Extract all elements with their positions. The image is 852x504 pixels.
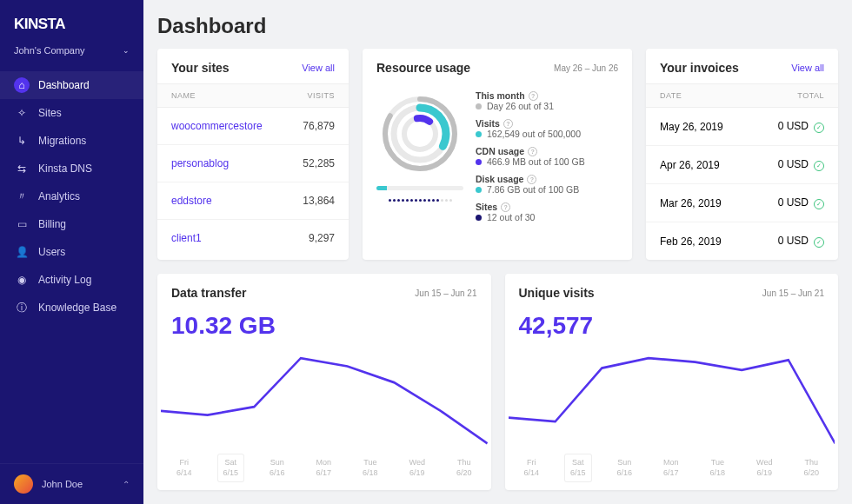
metric-visits-title: Visits xyxy=(476,118,500,129)
invoice-date: Mar 26, 2019 xyxy=(660,197,722,209)
sidebar-item-knowledge-base[interactable]: ⓘKnowledge Base xyxy=(0,294,143,322)
sidebar-item-analytics[interactable]: 〃Analytics xyxy=(0,182,143,210)
metric-month-val: Day 26 out of 31 xyxy=(487,101,554,111)
invoice-total: 0 USD✓ xyxy=(778,158,824,171)
main-content: Dashboard Your sites View all NAME VISIT… xyxy=(143,0,852,504)
resource-title: Resource usage xyxy=(376,61,470,75)
resource-card: Resource usage May 26 – Jun 26 xyxy=(363,49,632,260)
chart-tick[interactable]: Sat6/15 xyxy=(218,454,244,481)
nav-icon: 👤 xyxy=(14,244,30,260)
col-name: NAME xyxy=(171,91,196,100)
sidebar-item-billing[interactable]: ▭Billing xyxy=(0,210,143,238)
sidebar-item-kinsta-dns[interactable]: ⇆Kinsta DNS xyxy=(0,155,143,182)
table-row: woocommercestore76,879 xyxy=(157,108,349,145)
page-title: Dashboard xyxy=(157,14,838,38)
table-row: eddstore13,864 xyxy=(157,182,349,220)
col-total: TOTAL xyxy=(797,91,824,100)
sites-viewall-link[interactable]: View all xyxy=(302,63,335,73)
site-link[interactable]: woocommercestore xyxy=(171,120,263,132)
help-icon[interactable]: ? xyxy=(501,202,510,212)
help-icon[interactable]: ? xyxy=(529,91,538,101)
check-icon: ✓ xyxy=(814,123,824,133)
site-link[interactable]: eddstore xyxy=(171,195,212,207)
nav-label: Migrations xyxy=(38,135,86,147)
nav-label: Analytics xyxy=(38,190,80,202)
metric-disk-title: Disk usage xyxy=(476,174,523,184)
metric-visits-val: 162,549 out of 500,000 xyxy=(487,129,581,139)
chevron-down-icon: ⌄ xyxy=(123,46,130,55)
visits-value: 42,577 xyxy=(505,308,839,347)
sites-dots-icon xyxy=(389,199,452,202)
metric-cdn-val: 466.9 MB out of 100 GB xyxy=(487,156,585,167)
nav-icon: ▭ xyxy=(14,216,30,232)
help-icon[interactable]: ? xyxy=(527,175,536,184)
resource-range: May 26 – Jun 26 xyxy=(554,63,618,73)
nav-label: Users xyxy=(38,246,65,258)
site-link[interactable]: client1 xyxy=(171,232,202,244)
table-row: Apr 26, 20190 USD✓ xyxy=(646,146,838,184)
chart-tick[interactable]: Mon6/17 xyxy=(658,454,684,481)
line-chart-icon xyxy=(161,347,488,451)
company-switcher[interactable]: John's Company ⌄ xyxy=(0,45,143,71)
nav-icon: ⓘ xyxy=(14,300,30,315)
check-icon: ✓ xyxy=(814,237,824,248)
usage-bar xyxy=(376,186,463,190)
table-row: Mar 26, 20190 USD✓ xyxy=(646,184,838,222)
metric-sites-val: 12 out of 30 xyxy=(487,212,535,222)
help-icon[interactable]: ? xyxy=(528,147,537,156)
invoice-date: Feb 26, 2019 xyxy=(660,235,722,248)
avatar xyxy=(14,474,33,494)
transfer-title: Data transfer xyxy=(171,286,246,300)
user-menu[interactable]: John Doe ⌃ xyxy=(0,463,143,504)
chevron-up-icon: ⌃ xyxy=(123,480,130,489)
chart-tick[interactable]: Wed6/19 xyxy=(404,454,430,481)
sidebar-item-migrations[interactable]: ↳Migrations xyxy=(0,127,143,155)
table-row: Feb 26, 20190 USD✓ xyxy=(646,222,838,260)
table-row: personablog52,285 xyxy=(157,145,349,182)
sidebar-item-users[interactable]: 👤Users xyxy=(0,238,143,266)
chart-tick[interactable]: Fri6/14 xyxy=(518,454,544,481)
sidebar-item-sites[interactable]: ✧Sites xyxy=(0,99,143,127)
visits-range: Jun 15 – Jun 21 xyxy=(762,288,824,298)
sidebar-item-dashboard[interactable]: ⌂Dashboard xyxy=(0,71,143,99)
invoice-date: May 26, 2019 xyxy=(660,121,723,133)
invoices-viewall-link[interactable]: View all xyxy=(791,63,824,73)
visits-value: 76,879 xyxy=(303,120,335,132)
table-row: client19,297 xyxy=(157,220,349,256)
chart-tick[interactable]: Fri6/14 xyxy=(171,454,197,481)
visits-value: 13,864 xyxy=(303,195,335,207)
chart-tick[interactable]: Sat6/15 xyxy=(565,454,591,481)
data-transfer-card: Data transfer Jun 15 – Jun 21 10.32 GB F… xyxy=(157,274,491,490)
chart-tick[interactable]: Thu6/20 xyxy=(451,454,477,481)
chart-tick[interactable]: Tue6/18 xyxy=(705,454,731,481)
metric-month-title: This month xyxy=(476,90,525,101)
col-date: DATE xyxy=(660,91,682,100)
metric-cdn-title: CDN usage xyxy=(476,146,524,156)
nav-icon: 〃 xyxy=(14,189,30,204)
sites-title: Your sites xyxy=(171,61,230,75)
nav-icon: ◉ xyxy=(14,272,30,288)
chart-tick[interactable]: Mon6/17 xyxy=(311,454,337,481)
chart-tick[interactable]: Tue6/18 xyxy=(357,454,383,481)
help-icon[interactable]: ? xyxy=(503,119,513,129)
nav-label: Activity Log xyxy=(38,274,91,286)
donut-chart-icon xyxy=(376,90,463,177)
site-link[interactable]: personablog xyxy=(171,157,229,169)
chart-tick[interactable]: Sun6/16 xyxy=(612,454,638,481)
invoice-total: 0 USD✓ xyxy=(778,196,824,209)
invoice-total: 0 USD✓ xyxy=(778,235,824,248)
company-name: John's Company xyxy=(14,45,85,56)
chart-tick[interactable]: Thu6/20 xyxy=(798,454,824,481)
chart-tick[interactable]: Sun6/16 xyxy=(264,454,290,481)
chart-tick[interactable]: Wed6/19 xyxy=(751,454,777,481)
transfer-range: Jun 15 – Jun 21 xyxy=(415,288,476,298)
visits-value: 52,285 xyxy=(303,157,335,169)
nav-icon: ↳ xyxy=(14,133,30,149)
sidebar-item-activity-log[interactable]: ◉Activity Log xyxy=(0,266,143,294)
nav-icon: ⇆ xyxy=(14,161,30,176)
nav-icon: ⌂ xyxy=(14,77,30,93)
invoices-card: Your invoices View all DATE TOTAL May 26… xyxy=(646,49,838,260)
unique-visits-card: Unique visits Jun 15 – Jun 21 42,577 Fri… xyxy=(505,274,839,490)
metric-disk-val: 7.86 GB out of 100 GB xyxy=(487,184,579,195)
check-icon: ✓ xyxy=(814,199,824,209)
